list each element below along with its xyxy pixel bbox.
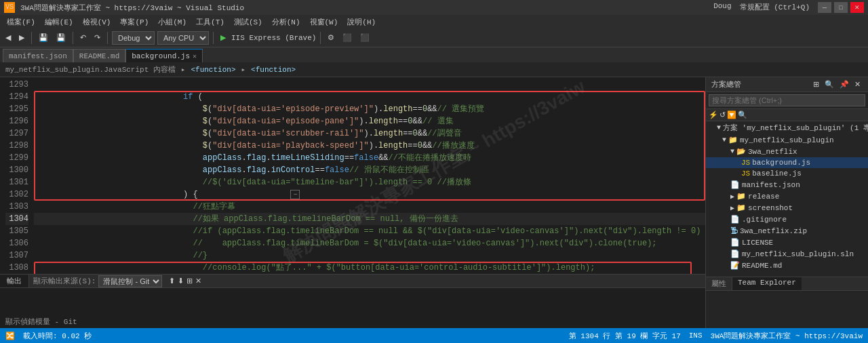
panel-btn-1[interactable]: ⊞	[811, 79, 821, 89]
tab-manifest[interactable]: manifest.json	[3, 49, 73, 62]
forward-button[interactable]: ▶	[16, 31, 27, 45]
editor-panel: 1293 1294 1295 1296 1297 1298 1299 1300 …	[0, 77, 705, 328]
menu-test[interactable]: 測試(S)	[230, 15, 267, 28]
menu-tools[interactable]: 工具(T)	[192, 15, 229, 28]
save-all-button[interactable]: 💾	[54, 31, 68, 45]
menu-view[interactable]: 檢視(V)	[79, 15, 115, 28]
tab-readme[interactable]: README.md	[73, 49, 125, 62]
menu-window[interactable]: 視窗(W)	[306, 15, 342, 28]
menu-help[interactable]: 說明(H)	[343, 15, 380, 28]
tree-baseline-js[interactable]: JS baseline.js	[706, 168, 868, 179]
solution-explorer-header: 方案總管 ⊞ 🔍 📌 ✕	[706, 77, 868, 92]
properties-tab[interactable]: 屬性	[706, 277, 732, 290]
ln-1300: 1300	[5, 164, 28, 176]
toolbar-sep-2	[73, 32, 73, 44]
close-button[interactable]: ✕	[850, 2, 864, 13]
func-bar-func1[interactable]: <function>	[191, 66, 235, 74]
menu-project[interactable]: 專案(P)	[116, 15, 153, 28]
solution-search-input[interactable]	[709, 94, 865, 106]
debug-config-dropdown[interactable]: Debug	[112, 31, 155, 45]
team-explorer-section: 屬性 Team Explorer	[706, 277, 868, 291]
menu-edit[interactable]: 編輯(E)	[41, 15, 77, 28]
code-inner: 1293 1294 1295 1296 1297 1298 1299 1300 …	[0, 77, 705, 274]
status-load-time: 載入時間: 0.02 秒	[23, 331, 92, 341]
ln-1306: 1306	[5, 237, 28, 249]
toolbar-btn-1[interactable]: ⚙	[325, 31, 337, 45]
toolbar-sep-3	[107, 32, 108, 44]
panel-pin[interactable]: 📌	[837, 79, 851, 89]
output-btn-3[interactable]: ⊞	[186, 277, 193, 285]
output-source-label: 顯示輸出來源(S): 滑鼠控制 - Git	[29, 275, 166, 287]
tree-gitignore[interactable]: 📄 .gitignore	[706, 214, 868, 225]
tree-btn-1[interactable]: ⚡	[709, 110, 718, 119]
debug-label: 顯示偵錯模量 -	[5, 318, 64, 326]
tab-background-label: background.js	[132, 52, 190, 60]
tree-solution-root[interactable]: ▼ 方案 'my_netflix_sub_plugin' (1 專案)	[706, 121, 868, 134]
tree-manifest-json[interactable]: 📄 manifest.json	[706, 179, 868, 190]
team-explorer-tab[interactable]: Team Explorer	[732, 277, 802, 290]
tab-background[interactable]: background.js ✕	[125, 49, 203, 62]
app-window: VS 3WA問題解決專家工作室 ~ https://3vaiw ~ Visual…	[0, 0, 868, 343]
func-bar-func2[interactable]: <function>	[251, 66, 296, 74]
back-button[interactable]: ◀	[3, 31, 14, 45]
tree-screenshot[interactable]: ▶ 📁 screenshot	[706, 202, 868, 214]
tree-btn-3[interactable]: 🔽	[727, 110, 736, 119]
toolbar-sep-5	[320, 32, 321, 44]
tree-background-js[interactable]: JS background.js	[706, 157, 868, 168]
menu-team[interactable]: 小組(M)	[154, 15, 191, 28]
main-content: 1293 1294 1295 1296 1297 1298 1299 1300 …	[0, 77, 868, 328]
toolbar-sep-4	[213, 32, 214, 44]
menu-analyze[interactable]: 分析(N)	[268, 15, 304, 28]
tree-sln-label: my_netflix_sub_plugin.sln	[742, 250, 854, 258]
ln-1293: 1293	[5, 79, 28, 91]
toolbar-btn-3[interactable]: ⬛	[357, 31, 372, 45]
panel-header-buttons: ⊞ 🔍 📌 ✕	[811, 79, 863, 89]
ln-1294: 1294	[5, 91, 28, 103]
panel-btn-2[interactable]: 🔍	[823, 79, 836, 89]
tab-close-icon[interactable]: ✕	[193, 52, 197, 60]
output-tab[interactable]: 輸出	[0, 275, 29, 287]
maximize-button[interactable]: □	[834, 2, 848, 13]
ln-1295: 1295	[5, 103, 28, 115]
start-button[interactable]: ▶	[218, 31, 229, 45]
tree-sln[interactable]: 📄 my_netflix_sub_plugin.sln	[706, 248, 868, 260]
title-bar-left: VS 3WA問題解決專家工作室 ~ https://3vaiw ~ Visual…	[4, 2, 244, 13]
tree-release[interactable]: ▶ 📁 release	[706, 190, 868, 202]
tree-baseline-label: baseline.js	[752, 169, 802, 178]
menu-file[interactable]: 檔案(F)	[3, 15, 39, 28]
output-btn-2[interactable]: ⬇	[178, 277, 184, 285]
code-area[interactable]: if ( $("div[data-uia='episode-preview']"…	[34, 77, 705, 274]
code-scroll-area[interactable]: 1293 1294 1295 1296 1297 1298 1299 1300 …	[0, 77, 705, 274]
server-label: IIS Express (Brave)	[231, 34, 316, 42]
output-btn-1[interactable]: ⬆	[169, 277, 175, 285]
tree-btn-4[interactable]: 🔍	[738, 110, 747, 119]
expand-icon-4: ▶	[730, 193, 734, 201]
debug-info: 顯示偵錯模量 - Git	[0, 315, 705, 328]
undo-button[interactable]: ↶	[77, 31, 89, 45]
background-js-icon: JS	[741, 159, 750, 167]
tree-readme-md[interactable]: 📝 README.md	[706, 260, 868, 271]
ln-1305: 1305	[5, 225, 28, 237]
output-source-select[interactable]: 滑鼠控制 - Git	[98, 275, 162, 287]
expand-icon-5: ▶	[730, 204, 734, 212]
toolbar-btn-2[interactable]: ⬛	[340, 31, 355, 45]
ln-1303: 1303	[5, 201, 28, 213]
baseline-js-icon: JS	[741, 169, 750, 178]
save-button[interactable]: 💾	[36, 31, 51, 45]
ln-1299: 1299	[5, 152, 28, 164]
tree-license[interactable]: 📄 LICENSE	[706, 237, 868, 248]
platform-dropdown[interactable]: Any CPU	[157, 31, 209, 45]
code-line-1302: ) { −	[34, 188, 705, 201]
status-right: 第 1304 行 第 19 欄 字元 17 INS 3WA問題解決專家工作室 ~…	[569, 331, 863, 341]
panel-close[interactable]: ✕	[852, 79, 863, 89]
output-btn-4[interactable]: ✕	[195, 277, 201, 285]
minimize-button[interactable]: ─	[818, 2, 831, 13]
redo-button[interactable]: ↷	[92, 31, 103, 45]
tree-zip[interactable]: 🗜 3wa_netflix.zip	[706, 225, 868, 237]
ln-1298: 1298	[5, 140, 28, 152]
tree-netflix-folder[interactable]: ▼ 📂 3wa_netflix	[706, 146, 868, 157]
ln-1307: 1307	[5, 249, 28, 262]
tree-project[interactable]: ▼ 📁 my_netflix_sub_plugin	[706, 134, 868, 146]
tree-btn-2[interactable]: ↺	[719, 110, 726, 119]
ln-1308: 1308	[5, 262, 28, 274]
